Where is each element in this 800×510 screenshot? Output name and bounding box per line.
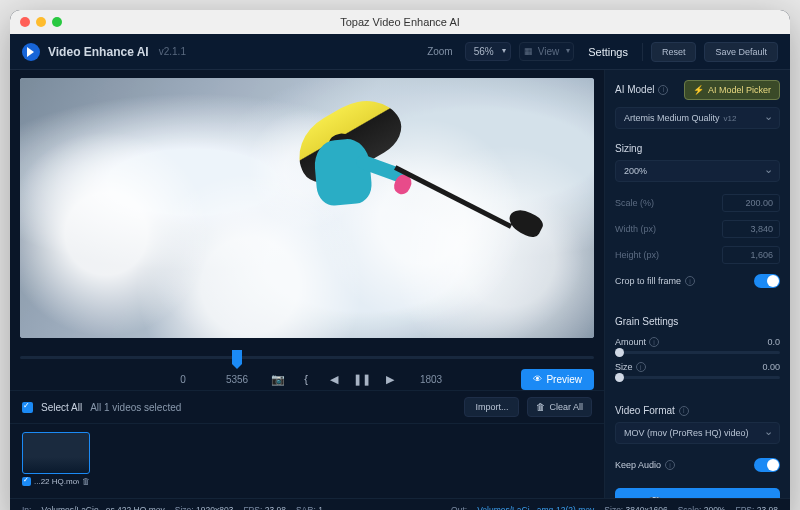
camera-icon[interactable]: 📷 — [271, 372, 285, 386]
in-sar: 1 — [318, 505, 323, 511]
size-slider[interactable] — [615, 376, 780, 379]
settings-panel: AI Modeli AI Model Picker Artemis Medium… — [604, 70, 790, 498]
left-pane: 0 5356 📷 { ◀ ❚❚ ▶ 1803 Preview Select Al… — [10, 70, 604, 498]
keep-audio-toggle[interactable] — [754, 458, 780, 472]
scale-input[interactable] — [722, 194, 780, 212]
out-size: 3840x1606 — [626, 505, 668, 511]
video-thumbnail[interactable]: ...22 HQ.mov 🗑 — [22, 432, 90, 486]
start-processing-button[interactable]: Start Processing — [615, 488, 780, 498]
timeline[interactable] — [20, 348, 594, 368]
size-value: 0.00 — [762, 362, 780, 372]
info-icon[interactable]: i — [658, 85, 668, 95]
traffic-lights — [20, 17, 62, 27]
info-icon[interactable]: i — [685, 276, 695, 286]
window-title: Topaz Video Enhance AI — [340, 16, 460, 28]
in-size: 1920x803 — [196, 505, 233, 511]
height-label: Height (px) — [615, 250, 659, 260]
selection-bar: Select All All 1 videos selected Import.… — [10, 390, 604, 424]
out-fps: 23.98 — [757, 505, 778, 511]
format-select[interactable]: MOV (mov (ProRes HQ) video) — [615, 422, 780, 444]
info-icon[interactable]: i — [665, 460, 675, 470]
width-label: Width (px) — [615, 224, 656, 234]
import-button[interactable]: Import... — [464, 397, 519, 417]
out-label: Out: — [451, 505, 467, 511]
amount-value: 0.0 — [767, 337, 780, 347]
ai-model-select[interactable]: Artemis Medium Quality v12 — [615, 107, 780, 129]
format-header: Video Formati — [615, 405, 780, 416]
size-label: Sizei — [615, 362, 646, 372]
height-input[interactable] — [722, 246, 780, 264]
ai-model-header: AI Modeli — [615, 84, 668, 95]
in-label: In: — [22, 505, 31, 511]
app-logo-icon — [22, 43, 40, 61]
main-area: 0 5356 📷 { ◀ ❚❚ ▶ 1803 Preview Select Al… — [10, 70, 790, 498]
out-path-link[interactable]: Volumes/LaCi...amq-12(2).mov — [477, 505, 594, 511]
top-toolbar: Video Enhance AI v2.1.1 Zoom 56% View Se… — [10, 34, 790, 70]
ai-model-picker-button[interactable]: AI Model Picker — [684, 80, 780, 100]
thumbnail-image[interactable] — [22, 432, 90, 474]
bracket-open-icon[interactable]: { — [299, 372, 313, 386]
sizing-preset-select[interactable]: 200% — [615, 160, 780, 182]
selection-count: All 1 videos selected — [90, 402, 181, 413]
step-forward-icon[interactable]: ▶ — [383, 372, 397, 386]
info-icon[interactable]: i — [649, 337, 659, 347]
playback-controls: 0 5356 📷 { ◀ ❚❚ ▶ 1803 Preview — [10, 368, 604, 390]
minimize-icon[interactable] — [36, 17, 46, 27]
in-fps: 23.98 — [265, 505, 286, 511]
crop-label: Crop to fill framei — [615, 276, 695, 286]
thumbnail-filename: ...22 HQ.mov — [34, 477, 79, 486]
info-icon[interactable]: i — [679, 406, 689, 416]
app-name: Video Enhance AI — [48, 45, 149, 59]
reset-button[interactable]: Reset — [651, 42, 697, 62]
amount-label: Amounti — [615, 337, 659, 347]
scale-label: Scale (%) — [615, 198, 654, 208]
frame-current: 5356 — [217, 374, 257, 385]
keep-audio-label: Keep Audioi — [615, 460, 675, 470]
select-all-label: Select All — [41, 402, 82, 413]
thumbnail-delete-icon[interactable]: 🗑 — [82, 477, 90, 486]
save-default-button[interactable]: Save Default — [704, 42, 778, 62]
view-select[interactable]: View — [519, 42, 575, 61]
zoom-select[interactable]: 56% — [465, 42, 511, 61]
thumbnail-checkbox[interactable] — [22, 477, 31, 486]
out-scale: 200% — [704, 505, 726, 511]
close-icon[interactable] — [20, 17, 30, 27]
playhead-icon[interactable] — [232, 350, 242, 364]
sizing-header: Sizing — [615, 143, 780, 154]
frame-start: 0 — [163, 374, 203, 385]
app-window: Topaz Video Enhance AI Video Enhance AI … — [10, 10, 790, 510]
thumbnail-row: ...22 HQ.mov 🗑 — [10, 424, 604, 494]
width-input[interactable] — [722, 220, 780, 238]
video-preview[interactable] — [20, 78, 594, 338]
preview-button[interactable]: Preview — [521, 369, 594, 390]
app-version: v2.1.1 — [159, 46, 186, 57]
pause-icon[interactable]: ❚❚ — [355, 372, 369, 386]
frame-end: 1803 — [411, 374, 451, 385]
zoom-label: Zoom — [427, 46, 453, 57]
clear-all-button[interactable]: Clear All — [527, 397, 592, 417]
grain-header: Grain Settings — [615, 316, 780, 327]
select-all-checkbox[interactable] — [22, 402, 33, 413]
maximize-icon[interactable] — [52, 17, 62, 27]
titlebar: Topaz Video Enhance AI — [10, 10, 790, 34]
status-bar: In: Volumes/LaCie...es 422 HQ.mov Size: … — [10, 498, 790, 510]
info-icon[interactable]: i — [636, 362, 646, 372]
settings-label: Settings — [588, 46, 628, 58]
step-back-icon[interactable]: ◀ — [327, 372, 341, 386]
amount-slider[interactable] — [615, 351, 780, 354]
crop-toggle[interactable] — [754, 274, 780, 288]
in-path: Volumes/LaCie...es 422 HQ.mov — [41, 505, 164, 511]
